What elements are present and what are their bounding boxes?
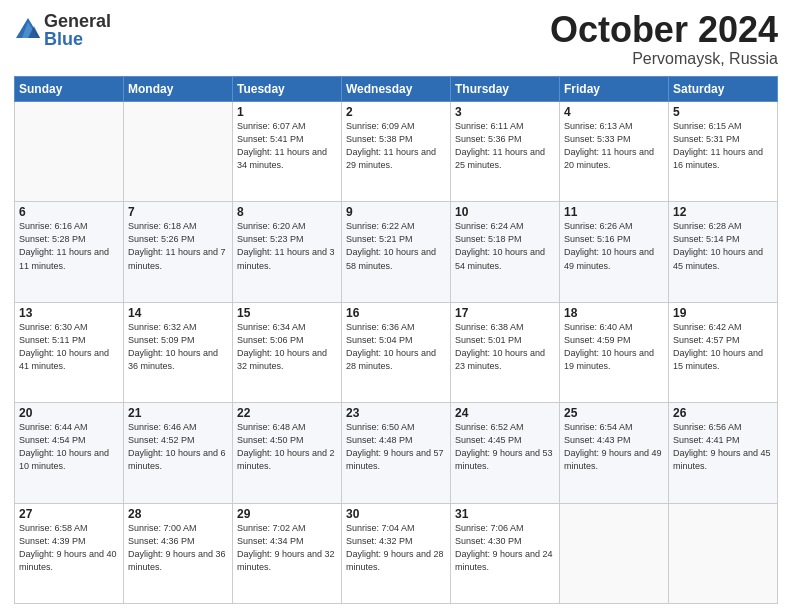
calendar-cell: 10Sunrise: 6:24 AM Sunset: 5:18 PM Dayli… [451, 202, 560, 302]
calendar-cell: 28Sunrise: 7:00 AM Sunset: 4:36 PM Dayli… [124, 503, 233, 603]
day-detail: Sunrise: 6:46 AM Sunset: 4:52 PM Dayligh… [128, 421, 228, 473]
day-detail: Sunrise: 7:02 AM Sunset: 4:34 PM Dayligh… [237, 522, 337, 574]
day-number: 12 [673, 205, 773, 219]
day-number: 31 [455, 507, 555, 521]
calendar-cell: 4Sunrise: 6:13 AM Sunset: 5:33 PM Daylig… [560, 102, 669, 202]
title-month: October 2024 [550, 12, 778, 48]
day-detail: Sunrise: 7:06 AM Sunset: 4:30 PM Dayligh… [455, 522, 555, 574]
calendar-cell: 16Sunrise: 6:36 AM Sunset: 5:04 PM Dayli… [342, 302, 451, 402]
day-number: 28 [128, 507, 228, 521]
day-number: 19 [673, 306, 773, 320]
day-detail: Sunrise: 6:56 AM Sunset: 4:41 PM Dayligh… [673, 421, 773, 473]
calendar-day-header: Saturday [669, 77, 778, 102]
header: General Blue October 2024 Pervomaysk, Ru… [14, 12, 778, 68]
calendar-week-row: 27Sunrise: 6:58 AM Sunset: 4:39 PM Dayli… [15, 503, 778, 603]
calendar-cell: 2Sunrise: 6:09 AM Sunset: 5:38 PM Daylig… [342, 102, 451, 202]
calendar-cell: 12Sunrise: 6:28 AM Sunset: 5:14 PM Dayli… [669, 202, 778, 302]
day-detail: Sunrise: 7:04 AM Sunset: 4:32 PM Dayligh… [346, 522, 446, 574]
calendar-cell: 17Sunrise: 6:38 AM Sunset: 5:01 PM Dayli… [451, 302, 560, 402]
calendar-cell: 1Sunrise: 6:07 AM Sunset: 5:41 PM Daylig… [233, 102, 342, 202]
title-block: October 2024 Pervomaysk, Russia [550, 12, 778, 68]
calendar-cell: 8Sunrise: 6:20 AM Sunset: 5:23 PM Daylig… [233, 202, 342, 302]
calendar-cell [15, 102, 124, 202]
day-detail: Sunrise: 6:50 AM Sunset: 4:48 PM Dayligh… [346, 421, 446, 473]
day-number: 23 [346, 406, 446, 420]
logo-text: General Blue [44, 12, 111, 48]
calendar-cell [669, 503, 778, 603]
day-detail: Sunrise: 6:09 AM Sunset: 5:38 PM Dayligh… [346, 120, 446, 172]
day-detail: Sunrise: 6:13 AM Sunset: 5:33 PM Dayligh… [564, 120, 664, 172]
logo-icon [14, 16, 42, 44]
day-detail: Sunrise: 6:22 AM Sunset: 5:21 PM Dayligh… [346, 220, 446, 272]
day-number: 7 [128, 205, 228, 219]
calendar-cell: 29Sunrise: 7:02 AM Sunset: 4:34 PM Dayli… [233, 503, 342, 603]
day-detail: Sunrise: 6:58 AM Sunset: 4:39 PM Dayligh… [19, 522, 119, 574]
day-number: 27 [19, 507, 119, 521]
calendar-header-row: SundayMondayTuesdayWednesdayThursdayFrid… [15, 77, 778, 102]
day-detail: Sunrise: 6:36 AM Sunset: 5:04 PM Dayligh… [346, 321, 446, 373]
day-number: 2 [346, 105, 446, 119]
day-number: 18 [564, 306, 664, 320]
day-number: 29 [237, 507, 337, 521]
day-detail: Sunrise: 7:00 AM Sunset: 4:36 PM Dayligh… [128, 522, 228, 574]
day-number: 4 [564, 105, 664, 119]
logo: General Blue [14, 12, 111, 48]
day-number: 8 [237, 205, 337, 219]
calendar-cell: 14Sunrise: 6:32 AM Sunset: 5:09 PM Dayli… [124, 302, 233, 402]
calendar-cell: 6Sunrise: 6:16 AM Sunset: 5:28 PM Daylig… [15, 202, 124, 302]
day-number: 13 [19, 306, 119, 320]
calendar-cell: 27Sunrise: 6:58 AM Sunset: 4:39 PM Dayli… [15, 503, 124, 603]
calendar-cell: 26Sunrise: 6:56 AM Sunset: 4:41 PM Dayli… [669, 403, 778, 503]
calendar-day-header: Wednesday [342, 77, 451, 102]
calendar-week-row: 6Sunrise: 6:16 AM Sunset: 5:28 PM Daylig… [15, 202, 778, 302]
title-location: Pervomaysk, Russia [550, 50, 778, 68]
calendar-cell: 24Sunrise: 6:52 AM Sunset: 4:45 PM Dayli… [451, 403, 560, 503]
day-number: 1 [237, 105, 337, 119]
day-number: 10 [455, 205, 555, 219]
day-detail: Sunrise: 6:44 AM Sunset: 4:54 PM Dayligh… [19, 421, 119, 473]
calendar-cell: 13Sunrise: 6:30 AM Sunset: 5:11 PM Dayli… [15, 302, 124, 402]
logo-blue: Blue [44, 30, 111, 48]
day-detail: Sunrise: 6:48 AM Sunset: 4:50 PM Dayligh… [237, 421, 337, 473]
day-detail: Sunrise: 6:15 AM Sunset: 5:31 PM Dayligh… [673, 120, 773, 172]
calendar-cell: 22Sunrise: 6:48 AM Sunset: 4:50 PM Dayli… [233, 403, 342, 503]
calendar-cell [124, 102, 233, 202]
day-number: 15 [237, 306, 337, 320]
day-number: 22 [237, 406, 337, 420]
day-number: 25 [564, 406, 664, 420]
calendar-day-header: Tuesday [233, 77, 342, 102]
day-detail: Sunrise: 6:20 AM Sunset: 5:23 PM Dayligh… [237, 220, 337, 272]
day-detail: Sunrise: 6:42 AM Sunset: 4:57 PM Dayligh… [673, 321, 773, 373]
calendar-cell: 5Sunrise: 6:15 AM Sunset: 5:31 PM Daylig… [669, 102, 778, 202]
calendar-cell: 19Sunrise: 6:42 AM Sunset: 4:57 PM Dayli… [669, 302, 778, 402]
calendar-week-row: 13Sunrise: 6:30 AM Sunset: 5:11 PM Dayli… [15, 302, 778, 402]
calendar-day-header: Thursday [451, 77, 560, 102]
day-number: 11 [564, 205, 664, 219]
calendar-cell: 18Sunrise: 6:40 AM Sunset: 4:59 PM Dayli… [560, 302, 669, 402]
day-detail: Sunrise: 6:30 AM Sunset: 5:11 PM Dayligh… [19, 321, 119, 373]
day-number: 26 [673, 406, 773, 420]
day-number: 5 [673, 105, 773, 119]
calendar-cell: 25Sunrise: 6:54 AM Sunset: 4:43 PM Dayli… [560, 403, 669, 503]
calendar-cell: 15Sunrise: 6:34 AM Sunset: 5:06 PM Dayli… [233, 302, 342, 402]
day-detail: Sunrise: 6:16 AM Sunset: 5:28 PM Dayligh… [19, 220, 119, 272]
calendar-cell: 7Sunrise: 6:18 AM Sunset: 5:26 PM Daylig… [124, 202, 233, 302]
day-detail: Sunrise: 6:54 AM Sunset: 4:43 PM Dayligh… [564, 421, 664, 473]
day-detail: Sunrise: 6:11 AM Sunset: 5:36 PM Dayligh… [455, 120, 555, 172]
day-detail: Sunrise: 6:52 AM Sunset: 4:45 PM Dayligh… [455, 421, 555, 473]
calendar-cell: 30Sunrise: 7:04 AM Sunset: 4:32 PM Dayli… [342, 503, 451, 603]
day-detail: Sunrise: 6:34 AM Sunset: 5:06 PM Dayligh… [237, 321, 337, 373]
day-number: 17 [455, 306, 555, 320]
calendar-week-row: 1Sunrise: 6:07 AM Sunset: 5:41 PM Daylig… [15, 102, 778, 202]
day-number: 20 [19, 406, 119, 420]
day-detail: Sunrise: 6:07 AM Sunset: 5:41 PM Dayligh… [237, 120, 337, 172]
day-number: 16 [346, 306, 446, 320]
page-container: General Blue October 2024 Pervomaysk, Ru… [0, 0, 792, 612]
day-number: 21 [128, 406, 228, 420]
day-detail: Sunrise: 6:28 AM Sunset: 5:14 PM Dayligh… [673, 220, 773, 272]
day-detail: Sunrise: 6:18 AM Sunset: 5:26 PM Dayligh… [128, 220, 228, 272]
day-detail: Sunrise: 6:24 AM Sunset: 5:18 PM Dayligh… [455, 220, 555, 272]
day-number: 14 [128, 306, 228, 320]
calendar-day-header: Monday [124, 77, 233, 102]
calendar-cell: 9Sunrise: 6:22 AM Sunset: 5:21 PM Daylig… [342, 202, 451, 302]
